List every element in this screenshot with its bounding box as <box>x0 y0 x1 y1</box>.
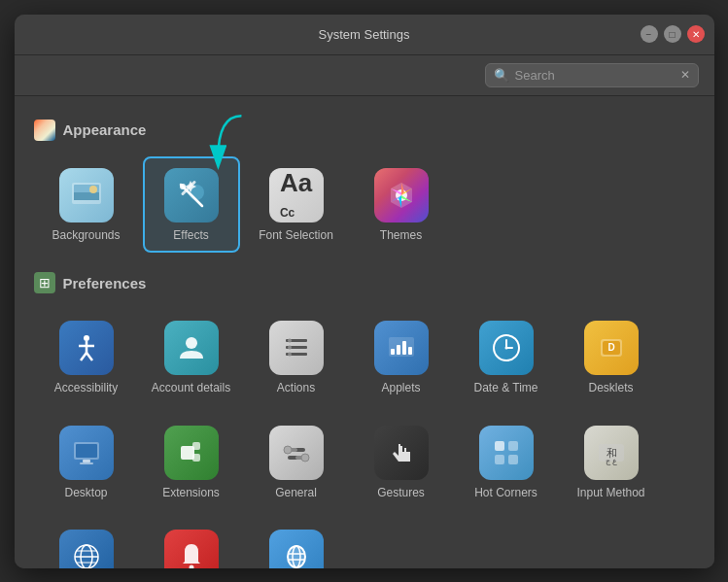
notifications-icon <box>175 540 208 567</box>
date-time-item[interactable]: Date & Time <box>458 309 555 406</box>
appearance-section-header: Appearance <box>34 120 695 141</box>
font-selection-item[interactable]: AaCc Font Selection <box>248 156 345 254</box>
actions-icon-box <box>269 321 324 375</box>
effects-icon <box>175 179 208 212</box>
languages-icon-box <box>59 530 114 567</box>
desklets-icon: D <box>595 331 628 364</box>
input-method-icon: 和 ع ج <box>595 436 628 469</box>
gestures-item[interactable]: Gestures <box>353 414 450 511</box>
preferences-grid: Accessibility Account details <box>34 309 695 567</box>
svg-point-59 <box>189 565 193 568</box>
accessibility-item[interactable]: Accessibility <box>38 309 135 406</box>
svg-rect-40 <box>192 454 200 462</box>
account-details-label: Account details <box>152 381 230 396</box>
accessibility-icon-box <box>59 321 114 375</box>
svg-point-46 <box>301 454 309 462</box>
content-area: Appearance Backgrounds <box>15 96 714 568</box>
font-selection-icon-box: AaCc <box>269 168 324 223</box>
accessibility-label: Accessibility <box>54 381 118 396</box>
languages-icon <box>70 540 103 567</box>
online-accounts-item[interactable]: OnlineAccounts <box>248 518 345 567</box>
font-selection-label: Font Selection <box>259 228 333 244</box>
svg-rect-35 <box>76 444 97 458</box>
gestures-label: Gestures <box>377 486 425 501</box>
notifications-item[interactable]: Notifications <box>143 518 240 567</box>
gestures-icon-box <box>374 426 429 480</box>
svg-point-21 <box>288 353 292 357</box>
svg-rect-36 <box>83 460 90 462</box>
notifications-icon-box <box>164 530 219 567</box>
gestures-icon <box>385 436 418 469</box>
system-settings-window: System Settings − □ ✕ 🔍 ✕ Appearance <box>15 15 714 568</box>
applets-item[interactable]: Applets <box>353 309 450 406</box>
desktop-label: Desktop <box>64 486 107 501</box>
backgrounds-label: Backgrounds <box>52 228 120 244</box>
desklets-item[interactable]: D Desklets <box>563 309 660 406</box>
general-icon <box>280 436 313 469</box>
appearance-section-icon <box>34 120 55 141</box>
accessibility-icon <box>70 331 103 364</box>
svg-rect-25 <box>402 341 406 355</box>
account-details-icon-box <box>164 321 219 375</box>
svg-point-19 <box>288 339 292 343</box>
input-method-icon-box: 和 ع ج <box>584 426 639 480</box>
svg-line-13 <box>81 353 87 360</box>
desklets-icon-box: D <box>584 321 639 375</box>
hot-corners-icon-box <box>479 426 534 480</box>
svg-text:D: D <box>607 342 614 353</box>
actions-item[interactable]: Actions <box>248 309 345 406</box>
backgrounds-icon <box>70 179 103 212</box>
svg-rect-50 <box>508 455 518 464</box>
desktop-icon <box>70 436 103 469</box>
appearance-section-title: Appearance <box>63 121 147 138</box>
themes-icon <box>385 179 418 212</box>
actions-icon <box>280 331 313 364</box>
input-method-item[interactable]: 和 ع ج Input Method <box>563 414 660 511</box>
search-icon: 🔍 <box>494 68 509 83</box>
font-selection-icon: AaCc <box>280 170 312 221</box>
account-details-icon <box>175 331 208 364</box>
desktop-item[interactable]: Desktop <box>38 414 135 511</box>
svg-point-20 <box>288 346 292 350</box>
desklets-label: Desklets <box>588 381 633 396</box>
svg-rect-39 <box>192 442 200 450</box>
appearance-grid: Backgrounds <box>34 156 695 254</box>
hot-corners-item[interactable]: Hot Corners <box>458 414 555 511</box>
search-clear-button[interactable]: ✕ <box>680 68 690 82</box>
svg-point-10 <box>84 335 89 341</box>
svg-point-3 <box>89 186 97 193</box>
date-time-icon-box <box>479 321 534 375</box>
maximize-button[interactable]: □ <box>664 25 681 43</box>
effects-item[interactable]: Effects <box>143 156 240 254</box>
toolbar: 🔍 ✕ <box>15 55 714 96</box>
extensions-icon-box <box>164 426 219 480</box>
extensions-item[interactable]: Extensions <box>143 414 240 511</box>
effects-icon-box <box>164 168 219 223</box>
themes-icon-box <box>374 168 429 223</box>
window-title: System Settings <box>319 27 410 42</box>
svg-point-30 <box>504 347 507 350</box>
svg-point-15 <box>186 337 197 349</box>
general-item[interactable]: General <box>248 414 345 511</box>
extensions-label: Extensions <box>162 486 220 501</box>
backgrounds-item[interactable]: Backgrounds <box>38 156 135 254</box>
minimize-button[interactable]: − <box>641 25 658 43</box>
account-details-item[interactable]: Account details <box>143 309 240 406</box>
effects-label: Effects <box>173 228 208 244</box>
applets-label: Applets <box>381 381 420 396</box>
svg-rect-48 <box>508 441 518 451</box>
svg-text:ع ج: ع ج <box>605 457 616 465</box>
applets-icon-box <box>374 321 429 375</box>
languages-item[interactable]: Languages <box>38 518 135 567</box>
preferences-section-icon: ⊞ <box>34 272 55 293</box>
themes-item[interactable]: Themes <box>353 156 450 254</box>
input-method-label: Input Method <box>576 486 644 501</box>
window-controls: − □ ✕ <box>641 25 705 43</box>
hot-corners-label: Hot Corners <box>474 486 537 501</box>
date-time-icon <box>490 331 523 364</box>
applets-icon <box>385 331 418 364</box>
search-box[interactable]: 🔍 ✕ <box>485 63 699 87</box>
svg-rect-47 <box>495 441 504 451</box>
search-input[interactable] <box>515 68 675 83</box>
close-button[interactable]: ✕ <box>687 25 705 43</box>
